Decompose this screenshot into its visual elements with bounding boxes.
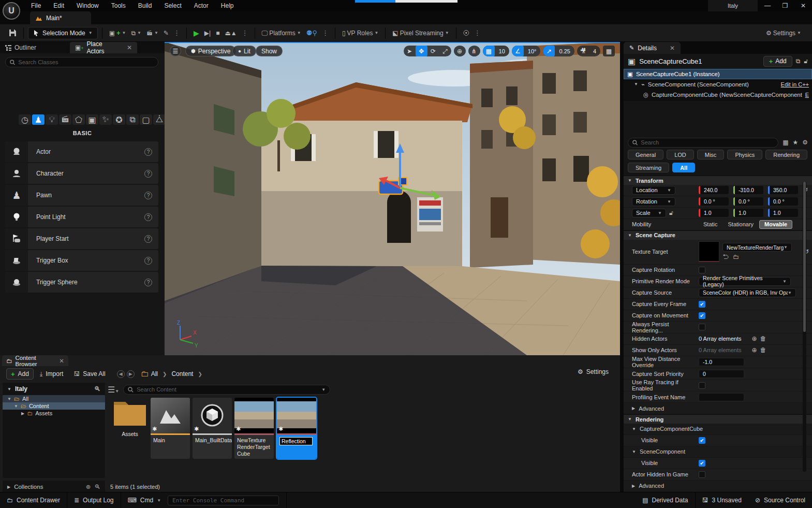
broadcast-options-icon[interactable]: ⋮: [472, 29, 483, 37]
details-search-input[interactable]: [641, 139, 774, 146]
selection-mode-dropdown[interactable]: Selection Mode ▼: [28, 27, 98, 39]
landscape-icon[interactable]: ✎: [161, 30, 171, 37]
rotation-x-field[interactable]: 0.0 °: [699, 197, 729, 206]
close-button[interactable]: ✕: [794, 0, 812, 11]
place-actor-item-pawn[interactable]: ♟ Pawn ?: [5, 185, 158, 206]
scale-x-field[interactable]: 1.0: [699, 209, 729, 217]
asset-rename-input[interactable]: [279, 437, 313, 445]
cinematics-icon[interactable]: 🎬︎▼: [144, 30, 161, 37]
profiling-event-name-field[interactable]: [699, 393, 744, 401]
details-settings-icon[interactable]: ⚙: [802, 139, 808, 146]
vp-roles-dropdown[interactable]: ▯VP Roles▼: [339, 30, 381, 37]
import-button[interactable]: ⤓ Import: [36, 368, 67, 380]
media-category-icon[interactable]: ✪: [113, 114, 125, 125]
surface-snap-icon[interactable]: ⋔: [468, 46, 480, 56]
settings-dropdown[interactable]: ⚙Settings▼: [763, 30, 804, 37]
platforms-dropdown[interactable]: 🖵︎Platforms▼: [259, 30, 304, 37]
asset-tile-reflection-selected[interactable]: ✱: [277, 398, 316, 459]
texture-target-thumbnail[interactable]: [699, 241, 719, 262]
console-command-box[interactable]: [168, 496, 279, 505]
location-dropdown[interactable]: Location▼: [632, 186, 675, 195]
lit-dropdown[interactable]: ● Lit: [232, 46, 256, 56]
recently-placed-icon[interactable]: ◷: [19, 114, 31, 125]
help-icon[interactable]: ?: [144, 257, 152, 265]
help-icon[interactable]: ?: [144, 192, 152, 199]
unlock-icon[interactable]: 🔓︎: [804, 57, 808, 65]
filter-tab-lod[interactable]: LOD: [667, 150, 694, 159]
forward-icon[interactable]: ▶: [127, 370, 135, 378]
help-icon[interactable]: ?: [144, 170, 152, 178]
save-all-button[interactable]: 🖫 Save All: [69, 368, 109, 380]
rotation-snap-value[interactable]: 10°: [524, 46, 541, 56]
effects-category-icon[interactable]: ✨︎: [99, 114, 112, 125]
browse-to-asset-icon[interactable]: 🗀: [733, 253, 739, 260]
scale-snap-icon[interactable]: ↗: [543, 46, 555, 56]
add-actor-icon[interactable]: ▣+▼: [107, 29, 129, 37]
row-advanced-rendering[interactable]: ▶ Advanced: [624, 481, 812, 492]
filter-tab-streaming[interactable]: Streaming: [628, 163, 669, 172]
level-tab-main[interactable]: Main*: [30, 11, 91, 24]
filter-icon[interactable]: ☰▼: [108, 385, 119, 395]
world-space-icon[interactable]: ⊕: [454, 46, 466, 56]
close-icon[interactable]: ✕: [59, 357, 64, 365]
lights-category-icon[interactable]: 💡︎: [46, 114, 58, 125]
menu-edit[interactable]: Edit: [47, 0, 70, 11]
tree-item-all[interactable]: ▼ 🗁 All: [3, 395, 105, 402]
multi-user-options-icon[interactable]: ⋮: [320, 29, 331, 37]
menu-window[interactable]: Window: [70, 0, 105, 11]
select-tool-icon[interactable]: ➤: [404, 46, 416, 56]
blueprints-icon[interactable]: ⧉▼: [129, 30, 144, 37]
collections-bar[interactable]: ▶ Collections ⊕ 🔍︎: [3, 481, 105, 493]
add-collection-icon[interactable]: ⊕: [86, 483, 91, 490]
actor-hidden-checkbox[interactable]: [699, 471, 705, 478]
filter-tab-rendering[interactable]: Rendering: [765, 150, 807, 159]
add-array-element-icon[interactable]: ⊕: [752, 346, 757, 354]
mobility-movable-button[interactable]: Movable: [759, 220, 792, 229]
content-drawer-button[interactable]: 🗀 Content Drawer: [0, 492, 67, 508]
minimize-button[interactable]: —: [759, 0, 776, 11]
edit-in-cpp-link-truncated[interactable]: E: [805, 92, 809, 98]
filter-tab-misc[interactable]: Misc: [697, 150, 725, 159]
tab-outliner[interactable]: Outliner: [0, 42, 70, 53]
place-actor-item-trigger-box[interactable]: Trigger Box ?: [5, 250, 158, 271]
unsaved-button[interactable]: 🖫 3 Unsaved: [696, 492, 748, 508]
max-view-distance-field[interactable]: -1.0: [699, 358, 744, 366]
asset-tile-assets-folder[interactable]: Assets: [110, 398, 150, 438]
search-content-box[interactable]: ▼: [123, 385, 330, 395]
help-icon[interactable]: ?: [144, 235, 152, 243]
tab-details[interactable]: ✎ Details ✕: [624, 42, 681, 54]
place-actor-item-actor[interactable]: Actor ?: [5, 141, 158, 162]
search-collections-icon[interactable]: 🔍︎: [95, 484, 101, 490]
multi-user-icon[interactable]: ⚉⚲: [304, 29, 320, 37]
scale-lock-icon[interactable]: 🔓︎: [669, 209, 673, 216]
rotation-y-field[interactable]: 0.0 °: [733, 197, 763, 206]
add-asset-button[interactable]: + Add: [6, 368, 34, 380]
asset-tile-main[interactable]: ✱ Main: [151, 398, 190, 459]
favorites-icon[interactable]: ★: [792, 139, 798, 146]
restore-button[interactable]: ❐: [776, 0, 794, 11]
expander-icon[interactable]: ▼: [634, 82, 638, 86]
close-icon[interactable]: ✕: [670, 45, 675, 52]
blueprint-convert-icon[interactable]: ⧉: [796, 57, 801, 65]
add-array-element-icon[interactable]: ⊕: [752, 335, 757, 342]
capture-sort-priority-field[interactable]: 0: [699, 370, 744, 378]
tree-item-assets[interactable]: ▶ 🗀 Assets: [3, 410, 105, 417]
primitive-render-mode-dropdown[interactable]: Render Scene Primitives (Legacy)▼: [699, 277, 791, 286]
broadcast-icon[interactable]: 🖸: [461, 30, 472, 37]
section-transform[interactable]: ▼ Transform: [624, 176, 812, 185]
visible-checkbox[interactable]: ✔: [699, 437, 705, 444]
tree-item-content[interactable]: ▼ 🗁 Content: [3, 402, 105, 410]
move-tool-icon[interactable]: ✥: [416, 46, 427, 56]
capture-on-movement-checkbox[interactable]: ✔: [699, 312, 705, 319]
mobility-stationary-button[interactable]: Stationary: [724, 220, 759, 229]
asset-tile-main-builtdata[interactable]: ✱ Main_BuiltData: [193, 398, 232, 459]
pixel-streaming-dropdown[interactable]: ⬕Pixel Streaming▼: [390, 30, 451, 37]
grid-snap-icon[interactable]: ▦: [483, 46, 495, 56]
details-scrollbar[interactable]: [803, 182, 806, 472]
component-row-scene-component[interactable]: ▼ ⌁ SceneComponent (SceneComponent) Edit…: [624, 79, 812, 90]
level-viewport[interactable]: Z X Y ☰ ⬢ Perspective ● Lit Show ➤ ✥ ⟳: [165, 42, 620, 355]
section-rendering[interactable]: ▼ Rendering: [624, 414, 812, 424]
derived-data-button[interactable]: ▤ Derived Data: [636, 492, 695, 508]
camera-speed-value[interactable]: 4: [589, 46, 600, 56]
help-icon[interactable]: ?: [144, 279, 152, 286]
